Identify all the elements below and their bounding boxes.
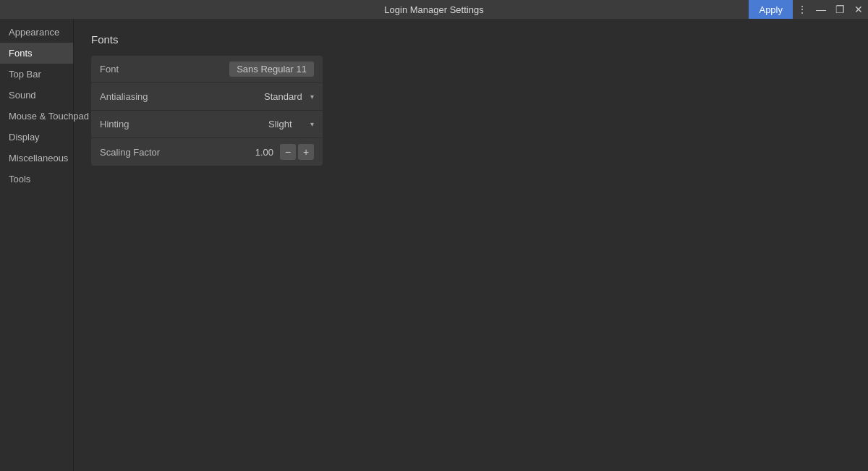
hinting-control: None Slight Medium Full ▾ [268, 119, 314, 130]
sidebar-item-sound[interactable]: Sound [0, 85, 73, 106]
sidebar: Appearance Fonts Top Bar Sound Mouse & T… [0, 19, 74, 471]
sidebar-item-mouse-touchpad[interactable]: Mouse & Touchpad [0, 106, 73, 127]
sidebar-item-top-bar[interactable]: Top Bar [0, 64, 73, 85]
window-title: Login Manager Settings [384, 4, 483, 15]
scaling-factor-decrease-button[interactable]: − [280, 144, 296, 160]
antialiasing-setting-row: Antialiasing None Standard Subpixel ▾ [91, 83, 323, 111]
font-picker-button[interactable]: Sans Regular 11 [229, 61, 314, 77]
hinting-setting-row: Hinting None Slight Medium Full ▾ [91, 111, 323, 138]
antialiasing-label: Antialiasing [100, 91, 148, 102]
sidebar-item-miscellaneous[interactable]: Miscellaneous [0, 148, 73, 169]
font-setting-row: Font Sans Regular 11 [91, 56, 323, 83]
hinting-select-wrapper: None Slight Medium Full ▾ [268, 119, 314, 130]
antialiasing-select[interactable]: None Standard Subpixel [264, 91, 314, 102]
menu-button[interactable]: ⋮ [793, 0, 812, 19]
font-label: Font [100, 64, 119, 75]
minimize-button[interactable]: — [812, 0, 830, 19]
sidebar-item-fonts[interactable]: Fonts [0, 43, 73, 64]
sidebar-item-display[interactable]: Display [0, 127, 73, 148]
settings-panel: Font Sans Regular 11 Antialiasing None S… [91, 56, 323, 166]
scaling-factor-label: Scaling Factor [100, 147, 160, 158]
antialiasing-control: None Standard Subpixel ▾ [264, 91, 314, 102]
antialiasing-select-wrapper: None Standard Subpixel ▾ [264, 91, 314, 102]
font-control: Sans Regular 11 [229, 61, 314, 77]
hinting-label: Hinting [100, 119, 129, 130]
close-button[interactable]: ✕ [849, 0, 868, 19]
sidebar-item-appearance[interactable]: Appearance [0, 22, 73, 43]
sidebar-item-tools[interactable]: Tools [0, 169, 73, 190]
scaling-factor-value: 1.00 [250, 147, 273, 158]
main-layout: Appearance Fonts Top Bar Sound Mouse & T… [0, 19, 868, 471]
scaling-factor-increase-button[interactable]: + [298, 144, 314, 160]
scaling-factor-control: 1.00 − + [250, 144, 314, 160]
scaling-factor-setting-row: Scaling Factor 1.00 − + [91, 138, 323, 166]
apply-button[interactable]: Apply [749, 0, 793, 19]
titlebar-controls: Apply ⋮ — ❐ ✕ [749, 0, 868, 19]
content-area: Fonts Font Sans Regular 11 Antialiasing … [74, 19, 868, 471]
titlebar: Login Manager Settings Apply ⋮ — ❐ ✕ [0, 0, 868, 19]
restore-button[interactable]: ❐ [830, 0, 849, 19]
hinting-select[interactable]: None Slight Medium Full [268, 119, 314, 130]
content-title: Fonts [91, 33, 851, 46]
